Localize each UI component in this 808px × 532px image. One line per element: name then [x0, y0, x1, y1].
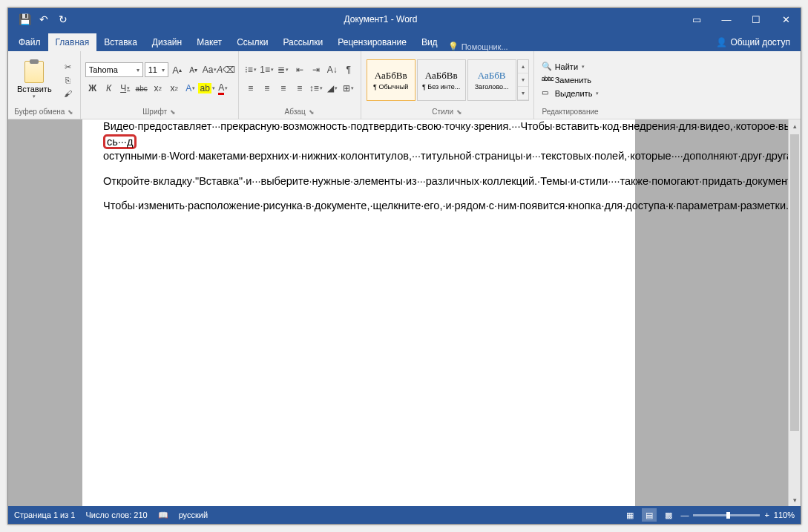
- redo-icon[interactable]: ↻: [57, 13, 69, 25]
- status-page[interactable]: Страница 1 из 1: [14, 510, 75, 519]
- tab-design[interactable]: Дизайн: [145, 33, 189, 51]
- tab-insert[interactable]: Вставка: [96, 33, 145, 51]
- style-heading1[interactable]: АаБбВЗаголово...: [467, 59, 516, 101]
- web-layout-icon[interactable]: ▩: [661, 508, 676, 522]
- group-label-font: Шрифт: [142, 108, 167, 116]
- share-button[interactable]: Общий доступ: [709, 33, 798, 51]
- app-window: 💾 ↶ ↻ Документ1 - Word ▭ — ☐ ✕ Файл Глав…: [7, 7, 801, 525]
- format-painter-icon[interactable]: 🖌: [61, 87, 76, 100]
- paragraph-2[interactable]: Откройте·вкладку·"Вставка"·и···выберите·…: [103, 174, 614, 189]
- save-icon[interactable]: 💾: [19, 13, 30, 25]
- tab-mailings[interactable]: Рассылки: [275, 33, 330, 51]
- group-font: Tahoma 11 A▴ A▾ Aa A⌫ Ж К Ч abc x2 x2: [81, 51, 239, 119]
- align-justify-icon[interactable]: ≡: [292, 81, 307, 96]
- window-title: Документ1 - Word: [79, 14, 682, 24]
- zoom-value[interactable]: 110%: [774, 510, 795, 519]
- clipboard-launcher[interactable]: ⬊: [68, 108, 73, 116]
- paragraph-1[interactable]: Видео·предоставляет···прекрасную·возможн…: [103, 119, 614, 164]
- tab-view[interactable]: Вид: [414, 33, 445, 51]
- replace-button[interactable]: Заменить: [539, 73, 602, 87]
- tab-review[interactable]: Рецензирование: [330, 33, 414, 51]
- font-color-icon[interactable]: A: [216, 81, 231, 96]
- font-launcher[interactable]: ⬊: [170, 108, 176, 116]
- find-button[interactable]: Найти: [539, 60, 602, 73]
- status-bar: Страница 1 из 1 Число слов: 210 📖 русски…: [8, 506, 801, 524]
- paste-label: Вставить: [17, 85, 52, 93]
- borders-icon[interactable]: ⊞: [341, 81, 356, 96]
- style-no-spacing[interactable]: АаБбВв¶ Без инте...: [417, 59, 466, 101]
- multilevel-icon[interactable]: ≣: [276, 62, 291, 77]
- group-label-clipboard: Буфер обмена: [14, 108, 65, 116]
- select-button[interactable]: Выделить: [539, 87, 602, 100]
- paste-button[interactable]: Вставить ▾: [13, 59, 56, 101]
- align-right-icon[interactable]: ≡: [276, 81, 291, 96]
- zoom-out-button[interactable]: —: [680, 510, 689, 519]
- minimize-button[interactable]: —: [712, 8, 741, 30]
- align-left-icon[interactable]: ≡: [243, 81, 258, 96]
- bold-button[interactable]: Ж: [85, 81, 100, 96]
- proofing-icon[interactable]: 📖: [158, 510, 168, 520]
- text-effects-icon[interactable]: A: [183, 81, 198, 96]
- titlebar: 💾 ↶ ↻ Документ1 - Word ▭ — ☐ ✕: [8, 8, 801, 30]
- close-button[interactable]: ✕: [771, 8, 801, 30]
- print-layout-icon[interactable]: ▤: [642, 508, 657, 522]
- line-spacing-icon[interactable]: ↕≡: [309, 81, 323, 96]
- dedent-icon[interactable]: ⇤: [292, 62, 307, 77]
- styles-launcher[interactable]: ⬊: [456, 108, 462, 116]
- scroll-up-icon[interactable]: ▴: [789, 119, 801, 132]
- grow-font-icon[interactable]: A▴: [170, 62, 185, 77]
- shrink-font-icon[interactable]: A▾: [186, 62, 201, 77]
- tab-home[interactable]: Главная: [48, 33, 97, 51]
- scroll-thumb[interactable]: [790, 134, 799, 431]
- underline-button[interactable]: Ч: [118, 81, 133, 96]
- ribbon-tabs: Файл Главная Вставка Дизайн Макет Ссылки…: [8, 30, 801, 51]
- styles-scroll[interactable]: ▴▾▾: [517, 59, 529, 101]
- group-styles: АаБбВв¶ Обычный АаБбВв¶ Без инте... АаБб…: [361, 51, 534, 119]
- tab-layout[interactable]: Макет: [189, 33, 229, 51]
- sort-icon[interactable]: A↓: [325, 62, 340, 77]
- zoom-in-button[interactable]: +: [764, 510, 769, 519]
- document-area[interactable]: Видео·предоставляет···прекрасную·возможн…: [8, 119, 801, 506]
- status-language[interactable]: русский: [179, 510, 208, 519]
- styles-gallery[interactable]: АаБбВв¶ Обычный АаБбВв¶ Без инте... АаБб…: [366, 56, 529, 105]
- font-size-combo[interactable]: 11: [145, 62, 168, 77]
- scroll-down-icon[interactable]: ▾: [789, 493, 801, 506]
- ribbon: Вставить ▾ ✂ ⎘ 🖌 Буфер обмена⬊ Tahoma 11…: [8, 51, 801, 119]
- paste-icon: [24, 61, 44, 83]
- tab-references[interactable]: Ссылки: [229, 33, 275, 51]
- group-editing: Найти Заменить Выделить Редактирование: [534, 51, 607, 119]
- tab-file[interactable]: Файл: [11, 33, 48, 51]
- change-case-icon[interactable]: Aa: [203, 62, 217, 77]
- highlight-icon[interactable]: ab: [200, 81, 214, 96]
- numbering-icon[interactable]: 1≡: [260, 62, 275, 77]
- subscript-button[interactable]: x2: [151, 81, 165, 96]
- style-normal[interactable]: АаБбВв¶ Обычный: [367, 59, 416, 101]
- group-label-paragraph: Абзац: [285, 108, 306, 116]
- ribbon-options-icon[interactable]: ▭: [682, 8, 712, 30]
- read-mode-icon[interactable]: ▦: [623, 508, 637, 522]
- clear-format-icon[interactable]: A⌫: [219, 62, 234, 77]
- shading-icon[interactable]: ◢: [325, 81, 340, 96]
- show-marks-icon[interactable]: ¶: [341, 62, 356, 77]
- vertical-scrollbar[interactable]: ▴ ▾: [788, 119, 801, 506]
- bullets-icon[interactable]: ⁝≡: [243, 62, 258, 77]
- italic-button[interactable]: К: [102, 81, 116, 96]
- align-center-icon[interactable]: ≡: [260, 81, 275, 96]
- status-words[interactable]: Число слов: 210: [85, 510, 147, 519]
- tell-me-input[interactable]: Помощник...: [448, 42, 508, 51]
- group-label-editing: Редактирование: [539, 107, 602, 116]
- group-clipboard: Вставить ▾ ✂ ⎘ 🖌 Буфер обмена⬊: [8, 51, 81, 119]
- superscript-button[interactable]: x2: [167, 81, 182, 96]
- font-name-combo[interactable]: Tahoma: [85, 62, 143, 77]
- paragraph-3[interactable]: Чтобы·изменить·расположение·рисунка·в·до…: [103, 199, 614, 214]
- highlighted-text: сь···д: [103, 134, 137, 150]
- paragraph-launcher[interactable]: ⬊: [309, 108, 315, 116]
- page[interactable]: Видео·предоставляет···прекрасную·возможн…: [82, 119, 635, 506]
- strikethrough-button[interactable]: abc: [134, 81, 149, 96]
- maximize-button[interactable]: ☐: [741, 8, 771, 30]
- zoom-slider[interactable]: [693, 514, 760, 516]
- undo-icon[interactable]: ↶: [38, 13, 50, 25]
- copy-icon[interactable]: ⎘: [61, 73, 76, 87]
- cut-icon[interactable]: ✂: [61, 60, 76, 73]
- indent-icon[interactable]: ⇥: [309, 62, 323, 77]
